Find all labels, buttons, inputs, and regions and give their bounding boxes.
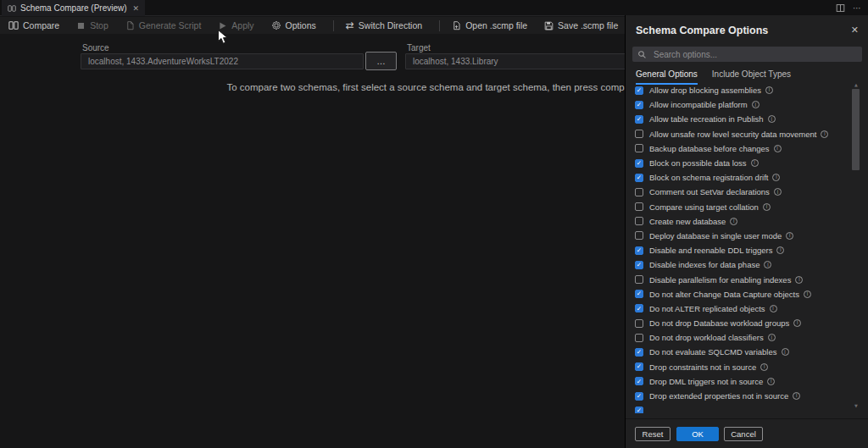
checkbox-unchecked[interactable] <box>635 231 643 240</box>
checkbox-checked[interactable]: ✓ <box>635 261 643 269</box>
option-label: Block on possible data loss <box>649 158 747 168</box>
option-row[interactable]: Allow unsafe row level security data mov… <box>626 127 848 141</box>
options-list: ✓Allow drop blocking assembliesi✓Allow i… <box>626 83 848 413</box>
tab-schema-compare[interactable]: Schema Compare (Preview) ✕ <box>2 0 145 16</box>
info-icon: i <box>821 130 828 138</box>
checkbox-checked[interactable]: ✓ <box>635 304 643 312</box>
options-button[interactable]: Options <box>271 20 316 30</box>
option-row[interactable]: ✓Disable and reenable DDL triggersi <box>626 243 848 257</box>
option-row[interactable]: ✓Do not alter Change Data Capture object… <box>626 287 848 301</box>
checkbox-unchecked[interactable] <box>635 334 643 342</box>
checkbox-checked[interactable]: ✓ <box>635 246 643 255</box>
checkbox-checked[interactable]: ✓ <box>635 159 643 168</box>
option-row[interactable]: ✓Block on possible data lossi <box>626 156 848 170</box>
generate-script-button-label: Generate Script <box>139 20 202 30</box>
checkbox-checked[interactable]: ✓ <box>635 174 643 182</box>
info-icon: i <box>786 232 793 240</box>
info-icon: i <box>768 334 776 341</box>
generate-script-button[interactable]: Generate Script <box>125 20 202 30</box>
checkbox-unchecked[interactable] <box>635 188 643 196</box>
compare-icon <box>8 20 19 30</box>
option-label: Allow drop blocking assemblies <box>649 86 761 95</box>
option-row[interactable]: ✓ <box>626 403 848 413</box>
source-schema-input[interactable] <box>81 53 364 69</box>
checkbox-checked[interactable]: ✓ <box>635 290 643 298</box>
checkbox-checked[interactable]: ✓ <box>635 101 643 109</box>
open-scmp-button-label: Open .scmp file <box>465 20 527 30</box>
checkbox-checked[interactable]: ✓ <box>635 377 643 385</box>
compare-button[interactable]: Compare <box>8 20 59 30</box>
option-label: Disable parallelism for enabling indexes <box>649 275 791 285</box>
info-icon: i <box>804 290 811 298</box>
scroll-down-icon[interactable]: ▼ <box>852 403 860 408</box>
option-row[interactable]: ✓Allow table recreation in Publishi <box>626 112 848 126</box>
option-label: Deploy database in single user mode <box>649 231 782 241</box>
info-icon: i <box>751 159 759 167</box>
option-label: Do not alter Change Data Capture objects <box>649 290 799 299</box>
option-label: Drop DML triggers not in source <box>649 377 763 386</box>
option-row[interactable]: ✓Do not ALTER replicated objectsi <box>626 301 848 316</box>
checkbox-unchecked[interactable] <box>635 275 643 284</box>
option-row[interactable]: Deploy database in single user modei <box>626 229 848 243</box>
option-label: Disable and reenable DDL triggers <box>649 246 772 255</box>
info-icon: i <box>776 246 784 254</box>
option-label: Allow incompatible platform <box>649 100 748 109</box>
open-scmp-button[interactable]: Open .scmp file <box>452 20 527 30</box>
option-row[interactable]: ✓Disable indexes for data phasei <box>626 257 848 272</box>
option-label: Drop constraints not in source <box>649 362 756 372</box>
tab-title: Schema Compare (Preview) <box>20 3 127 13</box>
checkbox-checked[interactable]: ✓ <box>635 392 643 401</box>
option-label: Block on schema registration drift <box>649 173 768 182</box>
option-row[interactable]: ✓Drop extended properties not in sourcei <box>626 389 848 403</box>
option-row[interactable]: ✓Do not evaluate SQLCMD variablesi <box>626 345 848 359</box>
ok-button[interactable]: OK <box>676 427 719 441</box>
option-label: Do not ALTER replicated objects <box>649 304 765 313</box>
switch-direction-button[interactable]: ⇄ Switch Direction <box>346 20 422 30</box>
save-file-icon <box>544 21 554 30</box>
save-scmp-button[interactable]: Save .scmp file <box>544 20 618 30</box>
checkbox-checked[interactable]: ✓ <box>635 407 643 413</box>
option-label: Create new database <box>649 217 726 226</box>
source-label: Source <box>82 43 109 53</box>
stop-icon <box>76 21 86 30</box>
checkbox-unchecked[interactable] <box>635 202 643 211</box>
stop-button[interactable]: Stop <box>76 20 108 30</box>
cancel-button[interactable]: Cancel <box>724 427 763 441</box>
option-row[interactable]: ✓Drop constraints not in sourcei <box>626 360 848 374</box>
option-row[interactable]: Compare using target collationi <box>626 200 848 214</box>
checkbox-checked[interactable]: ✓ <box>635 362 643 371</box>
switch-direction-button-label: Switch Direction <box>359 20 422 30</box>
source-browse-button[interactable]: … <box>365 52 397 70</box>
reset-button[interactable]: Reset <box>635 427 670 441</box>
option-row[interactable]: ✓Allow incompatible platformi <box>626 97 848 112</box>
info-icon: i <box>793 319 801 327</box>
option-row[interactable]: ✓Block on schema registration drifti <box>626 170 848 185</box>
option-row[interactable]: Create new databasei <box>626 214 848 229</box>
tab-close-icon[interactable]: ✕ <box>133 4 140 13</box>
checkbox-unchecked[interactable] <box>635 217 643 225</box>
checkbox-unchecked[interactable] <box>635 130 643 138</box>
option-row[interactable]: Comment out SetVar declarationsi <box>626 185 848 199</box>
checkbox-unchecked[interactable] <box>635 144 643 152</box>
scroll-up-icon[interactable]: ▲ <box>852 82 860 87</box>
option-row[interactable]: ✓Drop DML triggers not in sourcei <box>626 374 848 389</box>
split-editor-icon[interactable] <box>836 3 845 13</box>
options-search-input[interactable] <box>652 49 857 60</box>
more-actions-icon[interactable]: ⋯ <box>853 4 861 13</box>
panel-close-icon[interactable]: ✕ <box>851 25 859 36</box>
option-row[interactable]: Disable parallelism for enabling indexes… <box>626 272 848 286</box>
option-row[interactable]: Do not drop Database workload groupsi <box>626 316 848 330</box>
checkbox-checked[interactable]: ✓ <box>635 115 643 124</box>
checkbox-checked[interactable]: ✓ <box>635 86 643 95</box>
option-row[interactable]: ✓Allow drop blocking assembliesi <box>626 83 848 97</box>
scrollbar-thumb[interactable] <box>852 89 860 170</box>
options-search-box[interactable] <box>632 47 862 62</box>
option-label: Do not drop Database workload groups <box>649 318 789 328</box>
option-row[interactable]: Do not drop workload classifiersi <box>626 330 848 345</box>
checkbox-unchecked[interactable] <box>635 319 643 328</box>
option-row[interactable]: Backup database before changesi <box>626 141 848 156</box>
gear-icon <box>271 20 281 30</box>
checkbox-checked[interactable]: ✓ <box>635 348 643 357</box>
option-label: Disable indexes for data phase <box>649 260 760 269</box>
info-icon: i <box>770 305 777 312</box>
